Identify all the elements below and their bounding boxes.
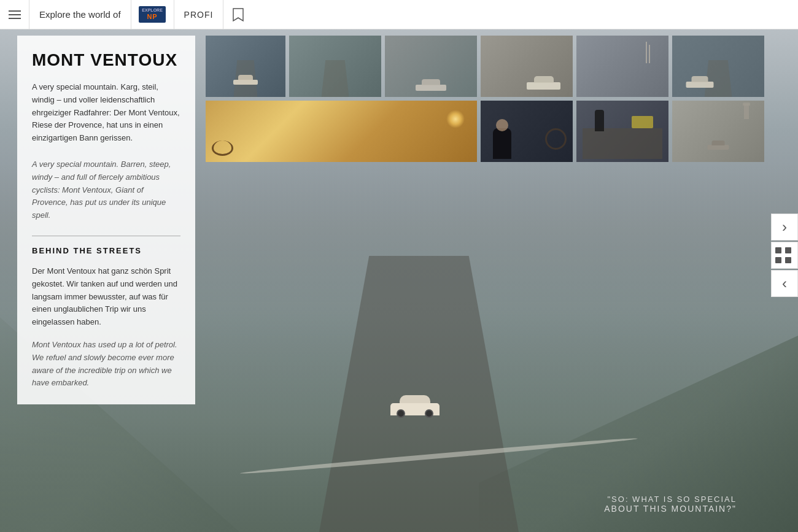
quote-line1: "SO: WHAT IS SO SPECIAL — [604, 495, 737, 504]
thumb-car-6 — [686, 82, 714, 88]
photo-grid — [206, 36, 764, 166]
menu-button[interactable] — [0, 0, 29, 29]
nav-profi-link[interactable]: PROFI — [174, 0, 224, 29]
nav-explore-text: Explore the world of — [29, 0, 131, 29]
thumb-car-4 — [527, 82, 560, 90]
hamburger-icon — [9, 10, 21, 19]
logo-explore-text: EXPLORE — [142, 8, 162, 13]
left-info-panel: MONT VENTOUX A very special mountain. Ka… — [17, 36, 195, 404]
right-controls: › ‹ — [771, 214, 798, 297]
vintage-car — [390, 394, 440, 415]
thumbnail-9[interactable] — [576, 101, 668, 162]
top-navigation: Explore the world of EXPLORE NP PROFI — [0, 0, 798, 29]
thumbnail-4[interactable] — [481, 36, 573, 97]
quote-line2: ABOUT THIS MOUNTAIN?" — [604, 504, 737, 514]
panel-title: MONT VENTOUX — [32, 50, 180, 70]
nav-logo[interactable]: EXPLORE NP — [131, 0, 174, 29]
panel-subtitle: BEHIND THE STREETS — [32, 246, 180, 255]
nav-bookmark-button[interactable] — [223, 0, 253, 29]
thumbnail-8[interactable] — [481, 101, 573, 162]
thumbnail-2[interactable] — [289, 36, 381, 97]
thumb-road-6 — [705, 60, 732, 97]
panel-text2-english: Mont Ventoux has used up a lot of petrol… — [32, 339, 180, 390]
thumbnail-10[interactable] — [672, 101, 764, 162]
panel-divider — [32, 236, 180, 236]
thumbnail-3[interactable] — [385, 36, 477, 97]
thumbnail-7[interactable] — [206, 101, 477, 162]
thumb-car-1 — [233, 80, 258, 85]
panel-text2-german: Der Mont Ventoux hat ganz schön Sprit ge… — [32, 265, 180, 329]
thumbnail-5[interactable] — [576, 36, 668, 97]
car-wheel-left — [397, 409, 405, 418]
thumbnail-1[interactable] — [206, 36, 285, 97]
photo-row-1 — [206, 36, 764, 97]
panel-description-german: A very special mountain. Karg, steil, wi… — [32, 81, 180, 145]
bottom-quote: "SO: WHAT IS SO SPECIAL ABOUT THIS MOUNT… — [604, 495, 737, 514]
bookmark-icon — [232, 7, 244, 22]
thumb-road-2 — [322, 60, 349, 97]
prev-button[interactable]: ‹ — [771, 270, 798, 297]
thumbnail-6[interactable] — [672, 36, 764, 97]
panel-description-english: A very special mountain. Barren, steep, … — [32, 158, 180, 222]
grid-view-button[interactable] — [771, 242, 798, 269]
car-wheel-right — [425, 409, 433, 418]
thumb-car-3 — [416, 85, 446, 91]
next-button[interactable]: › — [771, 214, 798, 241]
photo-row-2 — [206, 101, 764, 162]
logo-np-text: NP — [142, 13, 162, 21]
